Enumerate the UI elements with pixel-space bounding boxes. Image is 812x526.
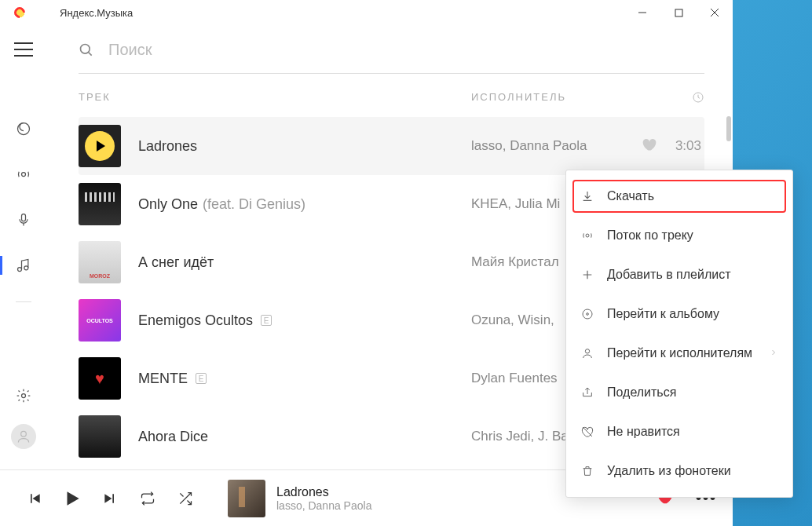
svg-point-8	[24, 266, 28, 270]
track-row[interactable]: Ladrones lasso, Danna Paola 3:03	[79, 117, 704, 175]
now-playing-info: Ladrones lasso, Danna Paola	[276, 485, 371, 512]
sidebar	[0, 25, 47, 469]
menu-dislike[interactable]: Не нравится	[566, 412, 792, 451]
track-artist: lasso, Danna Paola	[471, 138, 642, 154]
window-title: Яндекс.Музыка	[60, 7, 133, 19]
menu-go-album[interactable]: Перейти к альбому	[566, 294, 792, 334]
explicit-badge: E	[261, 315, 272, 326]
sidebar-podcast-icon[interactable]	[14, 210, 33, 229]
clock-icon	[692, 91, 704, 104]
svg-rect-6	[22, 214, 26, 221]
stream-icon	[580, 228, 594, 243]
track-title: MENTEE	[138, 371, 471, 387]
svg-point-5	[22, 173, 26, 177]
share-icon	[580, 385, 594, 400]
menu-add-playlist[interactable]: Добавить в плейлист	[566, 255, 792, 294]
menu-toggle[interactable]	[14, 42, 33, 57]
track-title: Enemigos OcultosE	[138, 312, 471, 329]
svg-point-11	[81, 44, 90, 53]
prev-button[interactable]	[19, 483, 50, 514]
artist-icon	[580, 346, 594, 360]
close-button[interactable]	[697, 0, 733, 25]
track-title: Ladrones	[138, 138, 471, 155]
menu-share[interactable]: Поделиться	[566, 373, 792, 412]
album-icon	[580, 307, 594, 321]
shuffle-button[interactable]	[170, 483, 201, 514]
search-input[interactable]	[108, 41, 704, 59]
now-playing-title[interactable]: Ladrones	[276, 485, 371, 499]
svg-point-7	[18, 268, 22, 272]
album-art[interactable]	[79, 241, 121, 283]
minimize-button[interactable]	[624, 0, 660, 25]
svg-point-9	[22, 394, 26, 398]
header-artist: ИСПОЛНИТЕЛЬ	[471, 91, 665, 106]
sidebar-radio-icon[interactable]	[14, 165, 33, 184]
menu-go-artists[interactable]: Перейти к исполнителям	[566, 334, 792, 373]
titlebar: Яндекс.Музыка	[0, 0, 733, 25]
svg-point-10	[21, 431, 27, 437]
heart-icon[interactable]	[642, 137, 657, 155]
sidebar-library-icon[interactable]	[14, 256, 33, 275]
svg-point-17	[585, 349, 589, 353]
dislike-icon	[580, 425, 594, 439]
album-art[interactable]	[79, 299, 121, 342]
album-art[interactable]	[79, 125, 121, 167]
context-menu: Скачать Поток по треку Добавить в плейли…	[565, 170, 793, 498]
play-button[interactable]	[57, 483, 88, 514]
search-bar	[79, 35, 704, 74]
album-art[interactable]	[79, 357, 121, 400]
download-icon	[580, 189, 594, 203]
sidebar-home-icon[interactable]	[14, 119, 33, 138]
trash-icon	[580, 464, 594, 478]
repeat-button[interactable]	[132, 483, 163, 514]
plus-icon	[580, 268, 594, 282]
svg-point-14	[586, 234, 589, 237]
svg-line-12	[89, 52, 92, 55]
maximize-button[interactable]	[660, 0, 697, 25]
track-duration: 3:03	[668, 138, 701, 154]
svg-point-4	[18, 123, 30, 135]
album-art[interactable]	[79, 415, 121, 458]
next-button[interactable]	[94, 483, 126, 514]
svg-point-16	[587, 313, 589, 316]
column-headers: ТРЕК ИСПОЛНИТЕЛЬ	[79, 74, 704, 117]
chevron-right-icon	[769, 346, 778, 360]
sidebar-divider	[16, 301, 31, 316]
now-playing-art[interactable]	[228, 480, 265, 517]
header-track: ТРЕК	[79, 91, 471, 106]
app-logo	[11, 4, 28, 21]
explicit-badge: E	[196, 373, 207, 384]
scrollbar[interactable]	[726, 116, 731, 141]
album-art[interactable]	[79, 183, 121, 225]
svg-point-15	[583, 309, 592, 319]
settings-icon[interactable]	[14, 386, 33, 405]
menu-download[interactable]: Скачать	[569, 177, 789, 216]
menu-remove[interactable]: Удалить из фонотеки	[566, 451, 792, 491]
track-title: А снег идёт	[138, 254, 471, 271]
menu-stream[interactable]: Поток по треку	[566, 216, 792, 255]
track-title: Only One(feat. Di Genius)	[138, 196, 471, 213]
search-icon	[79, 42, 94, 58]
header-duration	[665, 91, 704, 106]
user-avatar[interactable]	[11, 424, 36, 449]
svg-rect-1	[675, 9, 682, 16]
now-playing-artist[interactable]: lasso, Danna Paola	[276, 499, 371, 512]
track-title: Ahora Dice	[138, 429, 471, 445]
play-overlay-icon[interactable]	[85, 131, 115, 161]
